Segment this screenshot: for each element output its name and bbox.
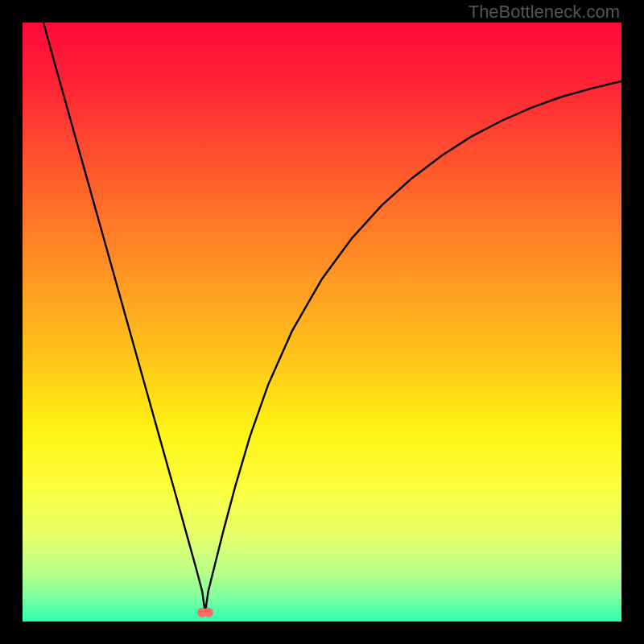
attribution-text: TheBottleneck.com [469,2,620,23]
svg-point-1 [204,608,213,617]
bottleneck-chart [23,23,621,621]
gradient-background [23,23,621,621]
minimum-marker [197,608,213,617]
